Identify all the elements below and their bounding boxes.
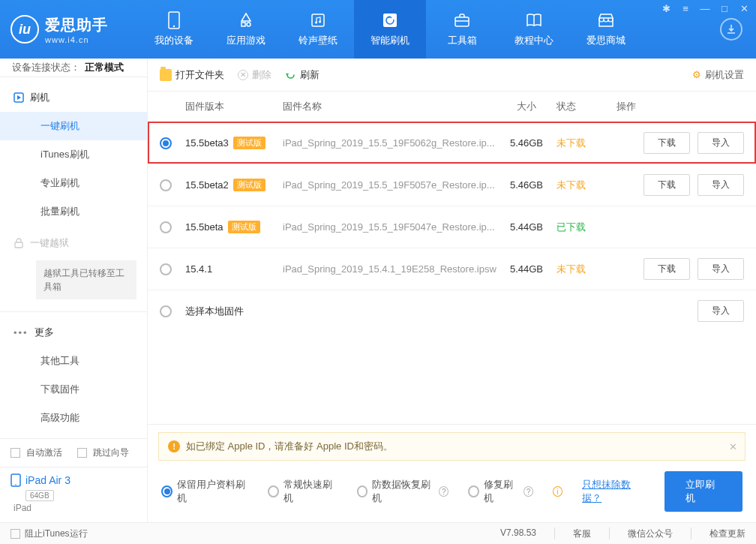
firmware-radio[interactable]: [160, 221, 172, 233]
mode-anti-recover[interactable]: 防数据恢复刷机?: [357, 478, 449, 505]
firmware-size: 5.46GB: [496, 179, 556, 191]
firmware-radio[interactable]: [160, 179, 172, 191]
support-link[interactable]: 客服: [573, 527, 591, 540]
status-bar: 阻止iTunes运行 V7.98.53 客服 微信公众号 检查更新: [0, 522, 756, 544]
nav-tutorials[interactable]: 教程中心: [498, 0, 570, 59]
firmware-size: 5.44GB: [496, 263, 556, 275]
firmware-version: 15.5beta2: [185, 179, 229, 191]
erase-data-link[interactable]: 只想抹除数据？: [582, 478, 645, 505]
refresh-sm-icon: [285, 69, 296, 80]
block-itunes-checkbox[interactable]: [10, 529, 20, 539]
nav-tools[interactable]: 工具箱: [426, 0, 498, 59]
menu-icon[interactable]: ✱: [660, 3, 672, 14]
table-header: 固件版本 固件名称 大小 状态 操作: [148, 92, 756, 122]
minimize-icon[interactable]: —: [699, 3, 711, 14]
beta-tag: 测试版: [233, 137, 266, 149]
firmware-radio[interactable]: [160, 137, 172, 149]
beta-tag: 测试版: [228, 221, 260, 233]
phone-icon: [165, 11, 183, 29]
svg-point-4: [319, 21, 321, 23]
sidebar-item-download-fw[interactable]: 下载固件: [0, 375, 147, 404]
nav-my-device[interactable]: 我的设备: [138, 0, 210, 59]
help-icon[interactable]: ?: [439, 486, 448, 497]
firmware-row[interactable]: 15.5beta测试版iPad_Spring_2019_15.5_19F5047…: [148, 206, 756, 248]
nav-apps[interactable]: 应用游戏: [210, 0, 282, 59]
firmware-row[interactable]: 15.5beta3测试版iPad_Spring_2019_15.5_19F506…: [148, 122, 756, 164]
close-icon[interactable]: ✕: [738, 3, 750, 14]
start-flash-button[interactable]: 立即刷机: [664, 471, 742, 512]
close-warning-button[interactable]: ✕: [729, 441, 737, 452]
top-nav: 我的设备 应用游戏 铃声壁纸 智能刷机 工具箱 教程中心 爱思商城: [138, 0, 642, 59]
svg-rect-6: [455, 17, 469, 26]
sidebar-item-onekey-flash[interactable]: 一键刷机: [0, 112, 147, 140]
download-manager-button[interactable]: [720, 18, 742, 41]
local-firmware-row[interactable]: 选择本地固件 导入: [148, 290, 756, 332]
beta-tag: 测试版: [233, 179, 266, 191]
firmware-size: 5.46GB: [496, 137, 556, 149]
sidebar-item-other-tools[interactable]: 其他工具: [0, 347, 147, 375]
sidebar: 设备连接状态：正常模式 刷机 一键刷机 iTunes刷机 专业刷机 批量刷机 一…: [0, 59, 148, 522]
import-local-button[interactable]: 导入: [698, 300, 744, 322]
auto-activate-row: 自动激活 跳过向导: [0, 439, 147, 467]
nav-ringtones[interactable]: 铃声壁纸: [282, 0, 354, 59]
firmware-filename: iPad_Spring_2019_15.5_19F5062g_Restore.i…: [283, 137, 496, 149]
auto-activate-checkbox[interactable]: [10, 448, 20, 458]
skip-guide-checkbox[interactable]: [77, 448, 87, 458]
more-dots-icon: •••: [14, 327, 28, 338]
import-button[interactable]: 导入: [698, 258, 744, 280]
firmware-version: 15.5beta3: [185, 137, 229, 149]
firmware-row[interactable]: 15.4.1iPad_Spring_2019_15.4.1_19E258_Res…: [148, 248, 756, 290]
download-button[interactable]: 下载: [644, 174, 690, 196]
mode-normal[interactable]: 常规快速刷机: [268, 478, 337, 505]
download-icon: [726, 24, 736, 35]
delete-button[interactable]: ✕删除: [238, 68, 272, 82]
flash-settings-button[interactable]: ⚙刷机设置: [692, 68, 744, 82]
lock-icon: [14, 238, 24, 248]
list-icon[interactable]: ≡: [680, 3, 692, 14]
sidebar-item-itunes-flash[interactable]: iTunes刷机: [0, 140, 147, 169]
sidebar-head-flash[interactable]: 刷机: [0, 83, 147, 112]
firmware-row[interactable]: 15.5beta2测试版iPad_Spring_2019_15.5_19F505…: [148, 164, 756, 206]
sidebar-head-more[interactable]: ••• 更多: [0, 318, 147, 347]
firmware-radio[interactable]: [160, 263, 172, 275]
sidebar-item-batch-flash[interactable]: 批量刷机: [0, 197, 147, 226]
app-name: 爱思助手: [45, 15, 108, 35]
firmware-status: 未下载: [556, 179, 616, 192]
logo-badge-icon: iu: [10, 15, 39, 44]
sidebar-item-pro-flash[interactable]: 专业刷机: [0, 169, 147, 197]
device-type: iPad: [14, 503, 136, 513]
firmware-filename: iPad_Spring_2019_15.5_19F5057e_Restore.i…: [283, 179, 496, 191]
svg-point-3: [315, 22, 317, 24]
svg-point-11: [15, 484, 16, 485]
folder-icon: [160, 69, 172, 81]
music-icon: [309, 11, 327, 29]
radio-local[interactable]: [160, 305, 172, 317]
wechat-link[interactable]: 微信公众号: [628, 527, 673, 540]
mode-keep-data[interactable]: 保留用户资料刷机: [161, 478, 248, 505]
apps-icon: [237, 11, 255, 29]
svg-rect-9: [15, 242, 22, 248]
svg-rect-5: [383, 14, 397, 27]
refresh-icon: [381, 11, 399, 29]
firmware-filename: iPad_Spring_2019_15.4.1_19E258_Restore.i…: [283, 263, 496, 275]
nav-flash[interactable]: 智能刷机: [354, 0, 426, 59]
maximize-icon[interactable]: □: [718, 3, 730, 14]
svg-rect-2: [312, 14, 324, 26]
import-button[interactable]: 导入: [698, 174, 744, 196]
nav-store[interactable]: 爱思商城: [570, 0, 642, 59]
device-row[interactable]: iPad Air 3 64GB iPad: [0, 467, 147, 522]
check-update-link[interactable]: 检查更新: [710, 527, 746, 540]
download-button[interactable]: 下载: [644, 258, 690, 280]
toolbox-icon: [453, 11, 471, 29]
download-button[interactable]: 下载: [644, 132, 690, 154]
help-icon[interactable]: ?: [524, 486, 533, 497]
flash-sq-icon: [14, 92, 24, 103]
firmware-status: 未下载: [556, 263, 616, 276]
mode-repair[interactable]: 修复刷机?: [468, 478, 533, 505]
app-logo: iu 爱思助手 www.i4.cn: [10, 15, 108, 44]
import-button[interactable]: 导入: [698, 132, 744, 154]
sidebar-item-advanced[interactable]: 高级功能: [0, 404, 147, 432]
delete-icon: ✕: [238, 70, 248, 80]
refresh-button[interactable]: 刷新: [285, 68, 320, 82]
open-folder-button[interactable]: 打开文件夹: [160, 68, 224, 82]
